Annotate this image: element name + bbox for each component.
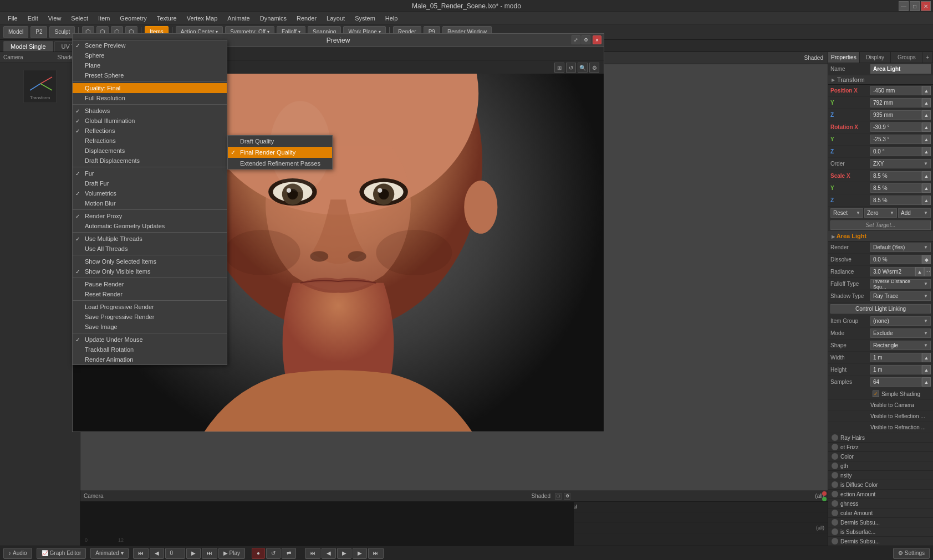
loop-btn[interactable]: ↺ xyxy=(266,548,281,559)
preview-tool-zoom[interactable]: 🔍 xyxy=(578,63,588,73)
ctx-show-visible[interactable]: ✓ Show Only Visible Items xyxy=(73,266,227,276)
height-value[interactable]: 1 m xyxy=(870,365,922,374)
menu-render[interactable]: Render xyxy=(292,14,321,23)
mode-p2-button[interactable]: P2 xyxy=(30,26,47,38)
ctx-pause-render[interactable]: Pause Render xyxy=(73,279,227,289)
go-end-btn[interactable]: ⏭ xyxy=(202,548,217,559)
radiance-btn[interactable]: ▲ xyxy=(915,267,924,276)
control-light-btn[interactable]: Control Light Linking xyxy=(830,304,931,314)
ctx-full-resolution[interactable]: Full Resolution xyxy=(73,93,227,103)
tab-display[interactable]: Display xyxy=(860,52,891,63)
menu-geometry[interactable]: Geometry xyxy=(115,14,151,23)
shape-dropdown[interactable]: Rectangle ▼ xyxy=(870,341,931,350)
visible-camera-label[interactable]: Visible to Camera xyxy=(870,402,914,408)
go-prev-btn[interactable]: ◀ xyxy=(150,548,164,559)
radiance-value[interactable]: 3.0 W/srm2 xyxy=(870,267,915,276)
pos-z-btn[interactable]: ▲ xyxy=(922,110,931,120)
channel-dermis1[interactable]: Dermis Subsu... xyxy=(828,518,933,527)
simple-shading-checkbox[interactable]: ✓ Simple Shading xyxy=(870,389,922,398)
render-prev-btn[interactable]: ◀ xyxy=(322,548,336,559)
rot-y-btn[interactable]: ▲ xyxy=(922,135,931,144)
ctx-plane[interactable]: Plane xyxy=(73,60,227,70)
channel-subsurfac[interactable]: is Subsurfac... xyxy=(828,527,933,537)
render-start-btn[interactable]: ⏮ xyxy=(305,548,320,559)
record-btn[interactable]: ● xyxy=(252,548,265,559)
play-button[interactable]: ▶ Play xyxy=(218,548,245,559)
render-next-btn[interactable]: ▶ xyxy=(353,548,367,559)
set-target-btn[interactable]: Set Target... xyxy=(830,220,931,230)
go-start-btn[interactable]: ⏮ xyxy=(133,548,149,559)
ctx-show-selected[interactable]: Show Only Selected Items xyxy=(73,256,227,266)
ctx-volumetrics[interactable]: ✓ Volumetrics xyxy=(73,188,227,198)
pos-x-btn[interactable]: ▲ xyxy=(922,86,931,95)
tab-properties[interactable]: Properties xyxy=(828,52,860,63)
rot-x-value[interactable]: -30.9 ° xyxy=(870,122,922,132)
go-next-btn[interactable]: ▶ xyxy=(186,548,201,559)
pos-y-value[interactable]: 792 mm xyxy=(870,98,922,107)
audio-button[interactable]: ♪ Audio xyxy=(3,548,32,559)
pos-y-btn[interactable]: ▲ xyxy=(922,98,931,107)
menu-select[interactable]: Select xyxy=(67,14,93,23)
secondary-expand-btn[interactable]: □ xyxy=(555,493,562,500)
sub-final-render-quality[interactable]: ✓ Final Render Quality xyxy=(228,147,332,158)
scale-y-btn[interactable]: ▲ xyxy=(922,183,931,193)
ctx-draft-displacements[interactable]: Draft Displacements xyxy=(73,156,227,166)
ctx-global-illumination[interactable]: ✓ Global Illumination xyxy=(73,116,227,126)
pos-x-value[interactable]: -450 mm xyxy=(870,86,922,95)
scale-z-btn[interactable]: ▲ xyxy=(922,196,931,205)
menu-file[interactable]: File xyxy=(3,14,22,23)
rot-x-btn[interactable]: ▲ xyxy=(922,122,931,132)
sub-extended-refinement[interactable]: Extended Refinement Passes xyxy=(228,158,332,169)
graph-editor-button[interactable]: 📈 Graph Editor xyxy=(37,548,86,559)
ctx-update-mouse[interactable]: ✓ Update Under Mouse xyxy=(73,335,227,345)
animated-button[interactable]: Animated ▾ xyxy=(90,548,128,559)
menu-texture[interactable]: Texture xyxy=(152,14,181,23)
ctx-quality-final[interactable]: Quality: Final xyxy=(73,83,227,93)
ctx-render-proxy[interactable]: ✓ Render Proxy xyxy=(73,211,227,221)
rot-z-btn[interactable]: ▲ xyxy=(922,147,931,156)
channel-ray-hairs[interactable]: Ray Hairs xyxy=(828,433,933,443)
mode-dropdown[interactable]: Exclude ▼ xyxy=(870,328,931,338)
ctx-motion-blur[interactable]: Motion Blur xyxy=(73,198,227,208)
render-dropdown[interactable]: Default (Yes) ▼ xyxy=(870,243,931,252)
transform-header[interactable]: ▶ Transform xyxy=(828,75,933,84)
dissolve-value[interactable]: 0.0 % xyxy=(870,255,922,264)
ctx-reset-render[interactable]: Reset Render xyxy=(73,289,227,299)
channel-color[interactable]: Color xyxy=(828,452,933,461)
ctx-save-progressive[interactable]: Save Progressive Render xyxy=(73,312,227,322)
channel-diffuse[interactable]: is Diffuse Color xyxy=(828,480,933,490)
render-play-btn[interactable]: ▶ xyxy=(337,548,351,559)
ctx-sphere[interactable]: Sphere xyxy=(73,50,227,60)
ctx-reflections[interactable]: ✓ Reflections xyxy=(73,126,227,136)
ctx-displacements[interactable]: Displacements xyxy=(73,146,227,156)
height-btn[interactable]: ▲ xyxy=(922,365,931,374)
channel-cular[interactable]: cular Amount xyxy=(828,508,933,518)
zero-btn[interactable]: Zero ▼ xyxy=(864,208,897,218)
preview-expand-btn[interactable]: ⤢ xyxy=(572,35,580,44)
channel-ghness[interactable]: ghness xyxy=(828,499,933,508)
ctx-use-multiple-threads[interactable]: ✓ Use Multiple Threads xyxy=(73,234,227,244)
ctx-preset-sphere[interactable]: Preset Sphere xyxy=(73,70,227,80)
rot-y-value[interactable]: -25.3 ° xyxy=(870,135,922,144)
menu-animate[interactable]: Animate xyxy=(223,14,254,23)
minimize-button[interactable]: — xyxy=(899,1,909,11)
ctx-use-all-threads[interactable]: Use All Threads xyxy=(73,244,227,254)
channel-frizz[interactable]: ot Frizz xyxy=(828,443,933,452)
channel-dermis2[interactable]: Dermis Subsu... xyxy=(828,537,933,546)
menu-edit[interactable]: Edit xyxy=(23,14,43,23)
visible-reflection-label[interactable]: Visible to Reflection ... xyxy=(870,413,925,419)
menu-system[interactable]: System xyxy=(350,14,380,23)
ctx-load-progressive[interactable]: Load Progressive Render xyxy=(73,302,227,312)
ctx-shadows[interactable]: ✓ Shadows xyxy=(73,106,227,116)
ctx-refractions[interactable]: Refractions xyxy=(73,136,227,146)
preview-close-button[interactable]: × xyxy=(593,35,601,44)
ctx-scene-preview[interactable]: ✓ Scene Preview xyxy=(73,40,227,50)
channel-gth[interactable]: gth xyxy=(828,461,933,471)
scale-x-btn[interactable]: ▲ xyxy=(922,171,931,181)
preview-tool-grid[interactable]: ⊞ xyxy=(554,63,564,73)
samples-value[interactable]: 64 xyxy=(870,377,922,387)
render-end-btn[interactable]: ⏭ xyxy=(368,548,384,559)
dissolve-anim-btn[interactable]: ◆ xyxy=(922,255,931,264)
menu-item[interactable]: Item xyxy=(94,14,114,23)
ctx-auto-geom[interactable]: Automatic Geometry Updates xyxy=(73,221,227,231)
